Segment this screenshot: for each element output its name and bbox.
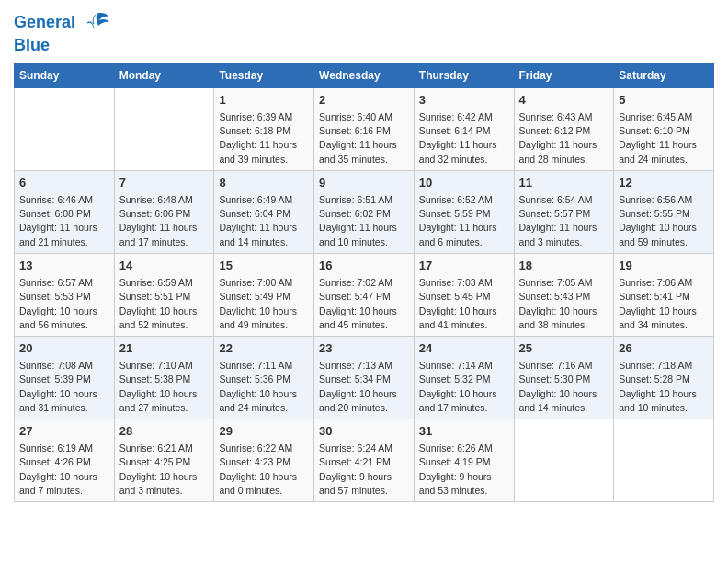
calendar-cell: 15Sunrise: 7:00 AM Sunset: 5:49 PM Dayli… bbox=[214, 253, 314, 336]
calendar-cell: 9Sunrise: 6:51 AM Sunset: 6:02 PM Daylig… bbox=[314, 170, 415, 253]
calendar-cell: 23Sunrise: 7:13 AM Sunset: 5:34 PM Dayli… bbox=[314, 336, 415, 419]
day-number: 3 bbox=[419, 92, 509, 109]
cell-content: Sunrise: 6:48 AM Sunset: 6:06 PM Dayligh… bbox=[119, 193, 210, 249]
calendar-cell bbox=[15, 87, 115, 170]
week-row-1: 1Sunrise: 6:39 AM Sunset: 6:18 PM Daylig… bbox=[15, 87, 714, 170]
calendar-body: 1Sunrise: 6:39 AM Sunset: 6:18 PM Daylig… bbox=[15, 87, 714, 501]
cell-content: Sunrise: 6:46 AM Sunset: 6:08 PM Dayligh… bbox=[19, 193, 109, 249]
day-header-friday: Friday bbox=[514, 63, 614, 87]
week-row-5: 27Sunrise: 6:19 AM Sunset: 4:26 PM Dayli… bbox=[15, 419, 714, 502]
day-header-tuesday: Tuesday bbox=[214, 63, 314, 87]
calendar-cell: 26Sunrise: 7:18 AM Sunset: 5:28 PM Dayli… bbox=[614, 336, 714, 419]
day-number: 26 bbox=[619, 340, 709, 357]
cell-content: Sunrise: 7:10 AM Sunset: 5:38 PM Dayligh… bbox=[119, 359, 210, 415]
calendar-cell bbox=[114, 87, 214, 170]
calendar-cell: 6Sunrise: 6:46 AM Sunset: 6:08 PM Daylig… bbox=[15, 170, 115, 253]
week-row-4: 20Sunrise: 7:08 AM Sunset: 5:39 PM Dayli… bbox=[15, 336, 714, 419]
calendar-cell: 12Sunrise: 6:56 AM Sunset: 5:55 PM Dayli… bbox=[614, 170, 714, 253]
day-number: 25 bbox=[519, 340, 609, 357]
day-header-monday: Monday bbox=[114, 63, 214, 87]
calendar-cell: 19Sunrise: 7:06 AM Sunset: 5:41 PM Dayli… bbox=[614, 253, 714, 336]
cell-content: Sunrise: 7:14 AM Sunset: 5:32 PM Dayligh… bbox=[419, 359, 509, 415]
day-number: 1 bbox=[219, 92, 309, 109]
day-number: 29 bbox=[219, 423, 309, 440]
calendar-cell: 10Sunrise: 6:52 AM Sunset: 5:59 PM Dayli… bbox=[414, 170, 514, 253]
day-number: 20 bbox=[19, 340, 109, 357]
cell-content: Sunrise: 6:59 AM Sunset: 5:51 PM Dayligh… bbox=[119, 276, 210, 332]
day-number: 15 bbox=[219, 258, 309, 274]
cell-content: Sunrise: 6:49 AM Sunset: 6:04 PM Dayligh… bbox=[219, 193, 309, 249]
cell-content: Sunrise: 6:54 AM Sunset: 5:57 PM Dayligh… bbox=[519, 193, 609, 249]
calendar-cell: 7Sunrise: 6:48 AM Sunset: 6:06 PM Daylig… bbox=[114, 170, 214, 253]
cell-content: Sunrise: 7:16 AM Sunset: 5:30 PM Dayligh… bbox=[519, 359, 609, 415]
calendar-cell: 2Sunrise: 6:40 AM Sunset: 6:16 PM Daylig… bbox=[314, 87, 415, 170]
day-number: 13 bbox=[19, 258, 109, 274]
calendar-cell: 24Sunrise: 7:14 AM Sunset: 5:32 PM Dayli… bbox=[414, 336, 514, 419]
day-number: 9 bbox=[319, 175, 409, 191]
day-number: 18 bbox=[519, 258, 609, 274]
calendar-cell: 3Sunrise: 6:42 AM Sunset: 6:14 PM Daylig… bbox=[414, 87, 514, 170]
cell-content: Sunrise: 6:52 AM Sunset: 5:59 PM Dayligh… bbox=[419, 193, 509, 249]
day-number: 14 bbox=[119, 258, 210, 274]
calendar-cell: 1Sunrise: 6:39 AM Sunset: 6:18 PM Daylig… bbox=[214, 87, 314, 170]
calendar-cell: 25Sunrise: 7:16 AM Sunset: 5:30 PM Dayli… bbox=[514, 336, 614, 419]
calendar-cell: 13Sunrise: 6:57 AM Sunset: 5:53 PM Dayli… bbox=[15, 253, 115, 336]
day-number: 2 bbox=[319, 92, 409, 109]
calendar-cell: 30Sunrise: 6:24 AM Sunset: 4:21 PM Dayli… bbox=[314, 419, 415, 502]
cell-content: Sunrise: 6:39 AM Sunset: 6:18 PM Dayligh… bbox=[219, 110, 309, 167]
calendar-cell: 29Sunrise: 6:22 AM Sunset: 4:23 PM Dayli… bbox=[214, 419, 314, 502]
calendar-cell: 5Sunrise: 6:45 AM Sunset: 6:10 PM Daylig… bbox=[614, 87, 714, 170]
day-number: 10 bbox=[419, 175, 509, 191]
day-number: 23 bbox=[319, 340, 409, 357]
day-number: 11 bbox=[519, 175, 609, 191]
calendar-cell: 20Sunrise: 7:08 AM Sunset: 5:39 PM Dayli… bbox=[15, 336, 115, 419]
cell-content: Sunrise: 6:19 AM Sunset: 4:26 PM Dayligh… bbox=[19, 442, 109, 498]
calendar-cell: 16Sunrise: 7:02 AM Sunset: 5:47 PM Dayli… bbox=[314, 253, 415, 336]
calendar-cell bbox=[614, 419, 714, 502]
calendar-cell: 17Sunrise: 7:03 AM Sunset: 5:45 PM Dayli… bbox=[414, 253, 514, 336]
day-number: 24 bbox=[419, 340, 509, 357]
cell-content: Sunrise: 6:43 AM Sunset: 6:12 PM Dayligh… bbox=[519, 110, 609, 167]
cell-content: Sunrise: 7:13 AM Sunset: 5:34 PM Dayligh… bbox=[319, 359, 409, 415]
cell-content: Sunrise: 7:02 AM Sunset: 5:47 PM Dayligh… bbox=[319, 276, 409, 332]
cell-content: Sunrise: 6:40 AM Sunset: 6:16 PM Dayligh… bbox=[319, 110, 409, 167]
cell-content: Sunrise: 6:51 AM Sunset: 6:02 PM Dayligh… bbox=[319, 193, 409, 249]
calendar-cell: 22Sunrise: 7:11 AM Sunset: 5:36 PM Dayli… bbox=[214, 336, 314, 419]
day-number: 19 bbox=[619, 258, 709, 274]
day-number: 21 bbox=[119, 340, 210, 357]
day-number: 6 bbox=[19, 175, 109, 191]
cell-content: Sunrise: 7:11 AM Sunset: 5:36 PM Dayligh… bbox=[219, 359, 309, 415]
calendar-cell: 21Sunrise: 7:10 AM Sunset: 5:38 PM Dayli… bbox=[114, 336, 214, 419]
day-number: 28 bbox=[119, 423, 210, 440]
day-number: 30 bbox=[319, 423, 409, 440]
calendar-header: SundayMondayTuesdayWednesdayThursdayFrid… bbox=[15, 63, 714, 87]
day-header-sunday: Sunday bbox=[15, 63, 115, 87]
week-row-2: 6Sunrise: 6:46 AM Sunset: 6:08 PM Daylig… bbox=[15, 170, 714, 253]
logo-general: General bbox=[14, 13, 75, 31]
day-number: 5 bbox=[619, 92, 709, 109]
cell-content: Sunrise: 7:06 AM Sunset: 5:41 PM Dayligh… bbox=[619, 276, 709, 332]
day-number: 17 bbox=[419, 258, 509, 274]
calendar-cell: 31Sunrise: 6:26 AM Sunset: 4:19 PM Dayli… bbox=[414, 419, 514, 502]
cell-content: Sunrise: 6:22 AM Sunset: 4:23 PM Dayligh… bbox=[219, 442, 309, 498]
cell-content: Sunrise: 6:57 AM Sunset: 5:53 PM Dayligh… bbox=[19, 276, 109, 332]
day-number: 4 bbox=[519, 92, 609, 109]
day-header-wednesday: Wednesday bbox=[314, 63, 415, 87]
cell-content: Sunrise: 6:56 AM Sunset: 5:55 PM Dayligh… bbox=[619, 193, 709, 249]
cell-content: Sunrise: 6:24 AM Sunset: 4:21 PM Dayligh… bbox=[319, 442, 409, 498]
day-number: 31 bbox=[419, 423, 509, 440]
cell-content: Sunrise: 7:18 AM Sunset: 5:28 PM Dayligh… bbox=[619, 359, 709, 415]
cell-content: Sunrise: 7:05 AM Sunset: 5:43 PM Dayligh… bbox=[519, 276, 609, 332]
cell-content: Sunrise: 6:26 AM Sunset: 4:19 PM Dayligh… bbox=[419, 442, 509, 498]
day-header-saturday: Saturday bbox=[614, 63, 714, 87]
logo-blue: Blue bbox=[14, 37, 110, 55]
week-row-3: 13Sunrise: 6:57 AM Sunset: 5:53 PM Dayli… bbox=[15, 253, 714, 336]
page: General Blue SundayMondayTuesdayWednesda… bbox=[0, 0, 728, 563]
calendar-cell bbox=[514, 419, 614, 502]
calendar-cell: 18Sunrise: 7:05 AM Sunset: 5:43 PM Dayli… bbox=[514, 253, 614, 336]
day-number: 27 bbox=[19, 423, 109, 440]
cell-content: Sunrise: 6:42 AM Sunset: 6:14 PM Dayligh… bbox=[419, 110, 509, 167]
header-row: SundayMondayTuesdayWednesdayThursdayFrid… bbox=[15, 63, 714, 87]
calendar-cell: 14Sunrise: 6:59 AM Sunset: 5:51 PM Dayli… bbox=[114, 253, 214, 336]
logo: General Blue bbox=[14, 9, 110, 55]
